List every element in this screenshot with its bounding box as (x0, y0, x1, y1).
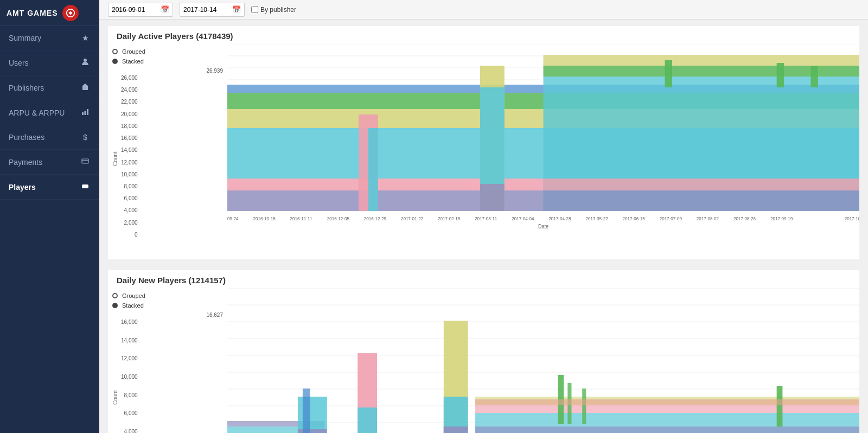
app-name: AMT GAMES (7, 9, 58, 17)
sidebar-item-users[interactable]: Users (0, 50, 99, 75)
charts-area: Daily Active Players (4178439) Grouped S… (99, 20, 868, 433)
arpu-label: ARPU & ARPPU (9, 109, 65, 117)
daily-new-title: Daily New Players (1214157) (108, 270, 859, 288)
svg-rect-45 (665, 60, 672, 87)
svg-text:2016-10-18: 2016-10-18 (253, 216, 276, 222)
svg-point-10 (86, 186, 87, 187)
svg-rect-88 (475, 405, 859, 413)
summary-label: Summary (9, 34, 41, 42)
svg-rect-46 (777, 63, 784, 87)
svg-text:2017-07-09: 2017-07-09 (660, 216, 682, 222)
svg-text:2016-12-05: 2016-12-05 (327, 216, 349, 222)
svg-text:2017-04-28: 2017-04-28 (548, 216, 571, 222)
svg-rect-93 (777, 386, 783, 426)
svg-text:2016-12-29: 2016-12-29 (364, 216, 386, 222)
by-publisher-wrap: By publisher (251, 6, 296, 14)
sidebar-header: AMT GAMES (0, 0, 99, 26)
calendar-from-icon[interactable]: 📅 (161, 5, 169, 14)
legend-grouped-2: Grouped (112, 292, 223, 299)
sidebar-item-arpu[interactable]: ARPU & ARPPU (0, 100, 99, 125)
svg-text:2017-09-19: 2017-09-19 (770, 216, 793, 222)
svg-rect-42 (544, 190, 860, 211)
arpu-icon (80, 108, 91, 117)
purchases-icon: $ (80, 133, 91, 142)
daily-new-chart-container: Grouped Stacked 16,627 Count 16,000 14,0… (108, 288, 859, 433)
svg-text:2016-11-11: 2016-11-11 (290, 216, 312, 222)
daily-new-svg: 2016-09-24 2016-10-18 2016-11-11 2016-12… (227, 288, 859, 433)
logo-icon (62, 5, 79, 21)
stacked-label: Stacked (122, 58, 144, 65)
main-content: 📅 📅 By publisher Daily Active Players (4… (99, 0, 868, 433)
daily-active-title: Daily Active Players (4178439) (108, 26, 859, 44)
svg-rect-12 (84, 186, 86, 187)
purchases-label: Purchases (9, 133, 44, 142)
summary-icon: ★ (80, 34, 91, 42)
grouped-icon (112, 49, 118, 54)
y-axis-labels: 26,000 24,000 22,000 20,000 18,000 16,00… (121, 75, 140, 238)
svg-rect-6 (82, 159, 88, 163)
users-label: Users (9, 59, 29, 67)
svg-rect-44 (544, 55, 860, 66)
svg-text:2017-04-04: 2017-04-04 (512, 216, 534, 222)
svg-text:2017-06-15: 2017-06-15 (623, 216, 645, 222)
svg-rect-38 (480, 87, 505, 184)
by-publisher-checkbox[interactable] (251, 6, 258, 13)
players-label: Players (9, 183, 36, 192)
sidebar-item-summary[interactable]: Summary ★ (0, 26, 99, 50)
payments-icon (80, 157, 91, 167)
legend-stacked-2: Stacked (112, 302, 223, 309)
svg-text:2017-10-1: 2017-10-1 (845, 216, 859, 222)
svg-rect-78 (298, 397, 327, 433)
stacked-icon-2 (112, 303, 118, 308)
svg-text:2017-03-11: 2017-03-11 (475, 216, 497, 222)
daily-active-svg: 2016-09-24 2016-10-18 2016-11-11 2016-12… (227, 44, 859, 228)
chart1-x-label: Date (538, 224, 548, 228)
sidebar-item-payments[interactable]: Payments (0, 150, 99, 175)
y-axis-title: Count (112, 75, 121, 243)
by-publisher-label: By publisher (260, 6, 296, 14)
svg-rect-87 (475, 426, 859, 433)
sidebar-item-purchases[interactable]: Purchases $ (0, 125, 99, 150)
svg-rect-92 (582, 389, 586, 424)
date-to-input[interactable] (183, 6, 232, 14)
payments-label: Payments (9, 158, 42, 167)
svg-rect-43 (544, 179, 860, 190)
stacked-icon (112, 59, 118, 64)
svg-rect-36 (368, 128, 378, 211)
max-label-2: 16,627 (112, 312, 223, 318)
svg-rect-4 (85, 111, 86, 115)
publishers-label: Publishers (9, 84, 44, 92)
sidebar-item-publishers[interactable]: Publishers (0, 75, 99, 100)
daily-active-chart-left: Grouped Stacked 26,939 Count 26,000 24,0… (108, 44, 227, 259)
svg-rect-85 (444, 426, 468, 433)
grouped-icon-2 (112, 293, 118, 298)
daily-active-chart-right: 2016-09-24 2016-10-18 2016-11-11 2016-12… (227, 44, 859, 259)
svg-text:2016-09-24: 2016-09-24 (227, 216, 239, 222)
date-from-wrap[interactable]: 📅 (108, 3, 173, 17)
svg-rect-79 (298, 429, 327, 433)
y-axis-title-2: Count (112, 319, 121, 433)
svg-rect-2 (82, 86, 88, 90)
grouped-label: Grouped (122, 48, 145, 55)
svg-text:2017-05-22: 2017-05-22 (585, 216, 608, 222)
y-axis-labels-2: 16,000 14,000 12,000 10,000 8,000 6,000 … (121, 319, 140, 433)
legend-stacked: Stacked (112, 58, 223, 65)
svg-rect-47 (810, 66, 818, 87)
daily-new-chart-right: 2016-09-24 2016-10-18 2016-11-11 2016-12… (227, 288, 859, 433)
svg-rect-5 (87, 109, 88, 115)
calendar-to-icon[interactable]: 📅 (232, 5, 241, 14)
date-from-input[interactable] (112, 6, 161, 14)
svg-text:2017-08-26: 2017-08-26 (733, 216, 756, 222)
users-icon (80, 58, 91, 67)
legend-grouped: Grouped (112, 48, 223, 55)
daily-active-chart-section: Daily Active Players (4178439) Grouped S… (108, 26, 859, 259)
svg-rect-82 (358, 407, 377, 433)
stacked-label-2: Stacked (122, 302, 144, 309)
date-to-wrap[interactable]: 📅 (180, 3, 245, 17)
publishers-icon (80, 83, 91, 92)
daily-new-chart-left: Grouped Stacked 16,627 Count 16,000 14,0… (108, 288, 227, 433)
sidebar-item-players[interactable]: Players (0, 175, 99, 200)
sidebar: AMT GAMES Summary ★ Users Publishers ARP… (0, 0, 99, 433)
players-icon (80, 182, 91, 192)
svg-rect-94 (475, 399, 859, 405)
